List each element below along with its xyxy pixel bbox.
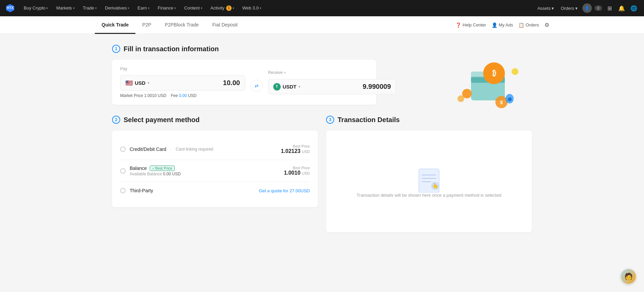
markets-caret-icon: ▾ [73, 0, 75, 16]
activity-caret-icon: ▾ [233, 0, 234, 16]
sub-nav-tabs: Quick Trade P2P P2PBlock Trade Fiat Depo… [95, 16, 455, 34]
radio-credit-card[interactable] [120, 147, 126, 152]
settings-icon-btn[interactable]: ⚙ [544, 22, 549, 28]
coins-svg: ₿ $ 🔵 [444, 53, 532, 114]
credit-card-price-value: 1.02123 [281, 148, 300, 154]
svg-text:HTX: HTX [7, 6, 14, 10]
nav-markets[interactable]: Markets ▾ [53, 0, 78, 16]
balance-price-label: Best Price [284, 166, 310, 170]
receive-currency-caret-icon: ▾ [299, 85, 300, 89]
pay-currency-input[interactable]: 🇺🇸 USD ▾ [120, 75, 245, 91]
payment-credit-card[interactable]: Credit/Debit Card · Card linking require… [120, 139, 310, 160]
credit-card-price-currency: USD [302, 150, 310, 154]
web3-caret-icon: ▾ [260, 0, 261, 16]
nav-right-group: Assets ▾ Orders ▾ 👤 0 ⊞ 🔔 🌐 [535, 3, 639, 13]
step2-header: 2 Select payment method [112, 116, 318, 124]
nav-earn[interactable]: Earn ▾ [134, 0, 153, 16]
nav-activity[interactable]: Activity 1 ▾ [207, 0, 238, 16]
pay-label: Pay [120, 66, 245, 71]
brand-logo[interactable]: HTX [5, 3, 15, 13]
grid-icon[interactable]: ⊞ [605, 3, 614, 13]
payment-balance[interactable]: Balance ✓ Best Price Available Balance 0… [120, 160, 310, 182]
nav-finance[interactable]: Finance ▾ [154, 0, 179, 16]
assets-caret-icon: ▾ [552, 6, 554, 11]
nav-content[interactable]: Content ▾ [181, 0, 206, 16]
navbar: HTX Buy Crypto ▾ Markets ▾ Trade ▾ Deriv… [0, 0, 644, 16]
trade-caret-icon: ▾ [95, 0, 97, 16]
third-party-info: Third-Party [130, 188, 255, 193]
svg-point-8 [457, 95, 464, 102]
receive-box: Receive ≈ T USDT ▾ [268, 70, 396, 94]
third-party-name: Third-Party [130, 188, 255, 193]
orders-icon: 📋 [518, 22, 524, 28]
finance-caret-icon: ▾ [174, 0, 176, 16]
swap-button[interactable]: ⇄ [251, 80, 263, 92]
nav-assets[interactable]: Assets ▾ [535, 6, 556, 11]
tx-placeholder-text: Transaction details will be shown here o… [357, 193, 501, 198]
radio-balance[interactable] [120, 168, 126, 174]
credit-card-info: Credit/Debit Card · Card linking require… [130, 147, 277, 152]
balance-info: Balance ✓ Best Price Available Balance 0… [130, 166, 280, 176]
balance-price-value: 1.0010 [284, 170, 300, 176]
pay-currency-selector[interactable]: 🇺🇸 USD ▾ [125, 79, 149, 87]
settings-icon: ⚙ [544, 22, 549, 28]
step2-title: Select payment method [124, 116, 200, 124]
globe-icon[interactable]: 🌐 [629, 3, 639, 13]
usd-flag-icon: 🇺🇸 [125, 79, 133, 87]
buy-crypto-caret-icon: ▾ [46, 0, 48, 16]
theme-toggle[interactable]: 0 [595, 5, 602, 11]
payment-section: Credit/Debit Card · Card linking require… [112, 131, 318, 207]
help-center-link[interactable]: ❓ Help Center [455, 22, 486, 28]
main-content: 1 Fill in transaction information Pay 🇺🇸… [99, 34, 545, 243]
tab-quick-trade[interactable]: Quick Trade [95, 16, 135, 34]
balance-sub: Available Balance 0.00 USD [130, 172, 280, 176]
svg-point-9 [512, 68, 518, 75]
svg-text:👆: 👆 [432, 182, 438, 189]
tab-p2pblock-trade[interactable]: P2PBlock Trade [158, 16, 206, 34]
step2-circle: 2 [112, 116, 120, 124]
trade-form-row: Pay 🇺🇸 USD ▾ Market Price 1.0010 USD Fee [112, 60, 376, 105]
content-caret-icon: ▾ [201, 0, 202, 16]
balance-price: Best Price 1.0010 USD [284, 166, 310, 176]
receive-amount-input[interactable] [304, 83, 391, 91]
my-ads-link[interactable]: 👤 My Ads [492, 22, 513, 28]
pay-market-info: Market Price 1.0010 USD Fee 0.00 USD [120, 93, 245, 98]
svg-rect-4 [471, 72, 505, 78]
nav-derivatives[interactable]: Derivatives ▾ [102, 0, 133, 16]
orders-link[interactable]: 📋 Orders [518, 22, 539, 28]
pay-currency-caret-icon: ▾ [148, 81, 149, 85]
step1-title: Fill in transaction information [124, 45, 219, 53]
payment-third-party[interactable]: Third-Party Get a quote for 27.00USD [120, 182, 310, 199]
step3-title: Transaction Details [338, 116, 400, 124]
two-col-section: 2 Select payment method Credit/Debit Car… [112, 116, 532, 232]
col-payment: 2 Select payment method Credit/Debit Car… [112, 116, 318, 232]
tx-section: 👆 Transaction details will be shown here… [326, 131, 532, 232]
bell-icon[interactable]: 🔔 [617, 3, 626, 13]
receive-currency-input[interactable]: T USDT ▾ [268, 79, 396, 94]
nav-web3[interactable]: Web 3.0 ▾ [239, 0, 265, 16]
htx-logo-icon: HTX [5, 3, 15, 13]
svg-point-12 [506, 94, 514, 103]
usdt-icon: T [273, 83, 281, 91]
step1-circle: 1 [112, 45, 120, 53]
svg-rect-2 [471, 80, 505, 100]
svg-point-5 [483, 62, 505, 84]
step3-header: 3 Transaction Details [326, 116, 532, 124]
pay-amount-input[interactable] [153, 79, 240, 87]
nav-trade[interactable]: Trade ▾ [80, 0, 100, 16]
nav-orders[interactable]: Orders ▾ [559, 6, 580, 11]
receive-currency-selector[interactable]: T USDT ▾ [273, 83, 300, 91]
get-quote-link[interactable]: Get a quote for 27.00USD [259, 188, 310, 193]
third-party-price: Get a quote for 27.00USD [259, 188, 310, 194]
user-avatar[interactable]: 👤 [582, 3, 592, 13]
credit-card-name: Credit/Debit Card · Card linking require… [130, 147, 277, 152]
tab-p2p[interactable]: P2P [135, 16, 158, 34]
nav-buy-crypto[interactable]: Buy Crypto ▾ [20, 0, 51, 16]
tab-fiat-deposit[interactable]: Fiat Deposit [206, 16, 244, 34]
coin-illustration: ₿ $ 🔵 [444, 53, 532, 114]
radio-third-party[interactable] [120, 188, 126, 193]
step3-circle: 3 [326, 116, 334, 124]
receive-currency-name: USDT [283, 84, 297, 90]
trade-form-wrapper: Pay 🇺🇸 USD ▾ Market Price 1.0010 USD Fee [112, 60, 532, 105]
svg-point-10 [495, 96, 508, 108]
